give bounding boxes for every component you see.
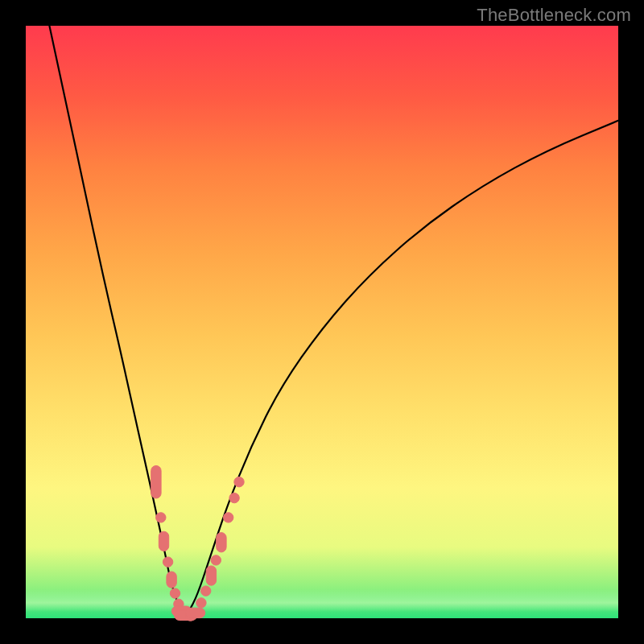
marker-dot [211, 555, 221, 565]
marker-pill [151, 466, 161, 499]
marker-dot [224, 513, 233, 522]
marker-dot [196, 598, 206, 608]
marker-pill [159, 531, 168, 551]
marker-dot [156, 513, 166, 522]
marker-dot [163, 557, 172, 567]
marker-pill [217, 533, 226, 552]
curve-right-branch [184, 121, 618, 618]
marker-dot [229, 493, 239, 502]
chart-overlay [26, 26, 618, 618]
chart-frame: TheBottleneck.com [0, 0, 644, 644]
data-markers [151, 466, 244, 621]
marker-pill [185, 608, 204, 617]
marker-dot [170, 588, 180, 598]
watermark-text: TheBottleneck.com [477, 5, 631, 26]
marker-pill [206, 566, 216, 585]
marker-dot [234, 477, 244, 487]
curve-left-branch [49, 26, 184, 618]
marker-dot [201, 586, 211, 596]
marker-pill [167, 572, 176, 588]
